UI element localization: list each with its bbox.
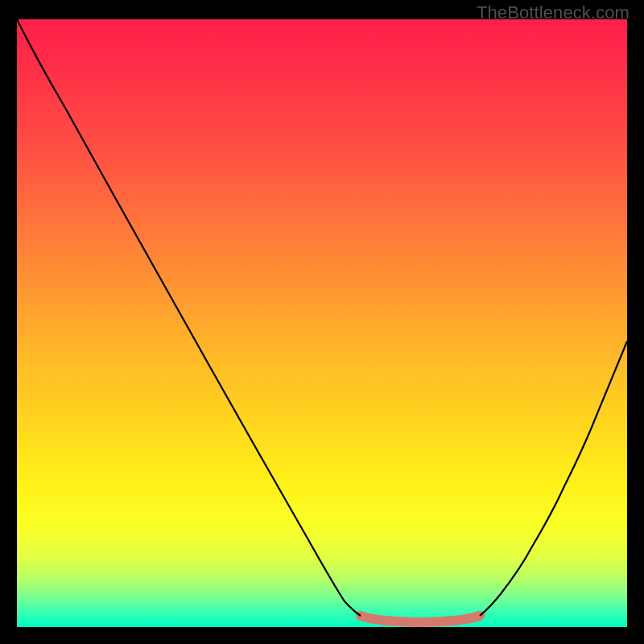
plot-area [17,19,627,627]
watermark-text: TheBottleneck.com [477,2,630,23]
curve-layer [17,19,627,627]
chart-frame: TheBottleneck.com [0,0,644,644]
curve-right [480,341,627,616]
valley-highlight [361,616,480,622]
curve-left [17,19,361,616]
